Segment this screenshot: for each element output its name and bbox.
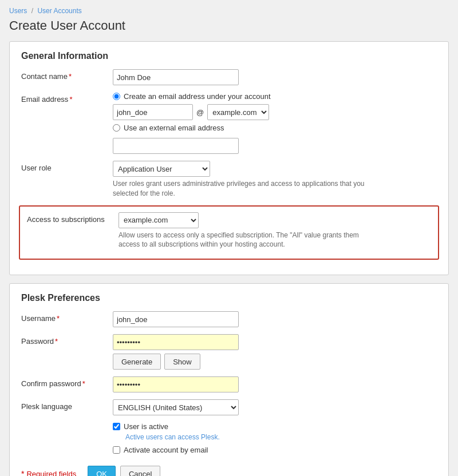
required-star-confirm: * [82,379,85,388]
user-active-label: User is active [124,422,168,431]
plesk-language-select[interactable]: ENGLISH (United States) [113,399,239,415]
email-radio-external[interactable] [113,124,120,132]
email-option2-label: Use an external email address [124,124,224,132]
activate-account-checkbox[interactable] [113,446,120,454]
domain-select-wrap: example.com [207,104,269,120]
password-btn-group: Generate Show [113,354,437,370]
activate-account-label: Activate account by email [124,446,208,454]
email-label: Email address* [21,92,113,104]
ok-button[interactable]: OK [88,466,116,476]
activate-account-checkbox-row: Activate account by email [113,446,437,454]
access-select[interactable]: example.com [119,212,199,228]
username-row: Username* [21,311,437,327]
general-info-card: General Information Contact name* Email … [9,41,449,275]
confirm-password-control [113,376,437,392]
contact-name-input[interactable] [113,69,239,85]
email-control-group: Create an email address under your accou… [113,92,437,154]
breadcrumb-users-link[interactable]: Users [9,7,27,15]
generate-button[interactable]: Generate [113,354,161,370]
email-radio-external-row: Use an external email address [113,124,437,132]
confirm-password-row: Confirm password* [21,376,437,392]
email-username-input[interactable] [113,104,193,120]
access-subscriptions-highlighted: Access to subscriptions example.com Allo… [19,205,439,260]
username-label: Username* [21,311,113,323]
external-email-input[interactable] [113,138,239,154]
user-role-row: User role Application User User roles gr… [21,161,437,199]
breadcrumb-user-accounts: User Accounts [37,7,81,15]
access-hint: Allow users to access only a specified s… [119,231,382,250]
breadcrumb-sep: / [31,7,33,15]
user-active-section: User is active Active users can access P… [113,422,437,454]
breadcrumb: Users / User Accounts [9,7,449,15]
at-sign: @ [196,108,204,117]
email-domain-select[interactable]: example.com [207,104,269,120]
user-active-checkbox[interactable] [113,423,120,430]
user-role-control-group: Application User User roles grant users … [113,161,437,199]
email-radio-create[interactable] [113,93,120,100]
contact-name-label: Contact name* [21,69,113,81]
confirm-password-label: Confirm password* [21,376,113,388]
active-hint: Active users can access Plesk. [125,433,437,441]
footer-row: * Required fields OK Cancel [21,460,437,476]
contact-name-row: Contact name* [21,69,437,85]
access-label: Access to subscriptions [27,212,119,224]
confirm-password-input[interactable] [113,376,239,392]
general-section-title: General Information [21,51,437,61]
user-role-select[interactable]: Application User [113,161,210,177]
plesk-language-control: ENGLISH (United States) [113,399,437,415]
access-row: Access to subscriptions example.com Allo… [27,212,431,250]
footer-buttons: OK Cancel [88,466,160,476]
required-star-pwd: * [55,337,58,346]
contact-name-control [113,69,437,85]
email-inline-group: @ example.com [113,104,437,120]
required-star: * [69,72,72,81]
username-input[interactable] [113,311,239,327]
plesk-language-label: Plesk language [21,399,113,411]
password-control-group: Generate Show [113,334,437,370]
user-role-label: User role [21,161,113,172]
plesk-section-title: Plesk Preferences [21,293,437,303]
required-note: * Required fields [21,469,76,476]
required-star-email: * [69,95,72,104]
email-option1-label: Create an email address under your accou… [124,92,271,101]
required-star-username: * [57,314,60,323]
page-title: Create User Account [9,18,449,33]
email-row: Email address* Create an email address u… [21,92,437,154]
access-control-group: example.com Allow users to access only a… [119,212,431,250]
password-label: Password* [21,334,113,346]
plesk-prefs-card: Plesk Preferences Username* Password* Ge… [9,283,449,476]
page-container: Users / User Accounts Create User Accoun… [0,0,458,476]
username-control [113,311,437,327]
show-button[interactable]: Show [164,354,200,370]
password-input[interactable] [113,334,239,350]
password-row: Password* Generate Show [21,334,437,370]
cancel-button[interactable]: Cancel [120,466,160,476]
user-role-hint: User roles grant users administrative pr… [113,179,376,199]
user-active-checkbox-row: User is active [113,422,437,431]
plesk-language-row: Plesk language ENGLISH (United States) [21,399,437,415]
email-radio-create-row: Create an email address under your accou… [113,92,437,101]
